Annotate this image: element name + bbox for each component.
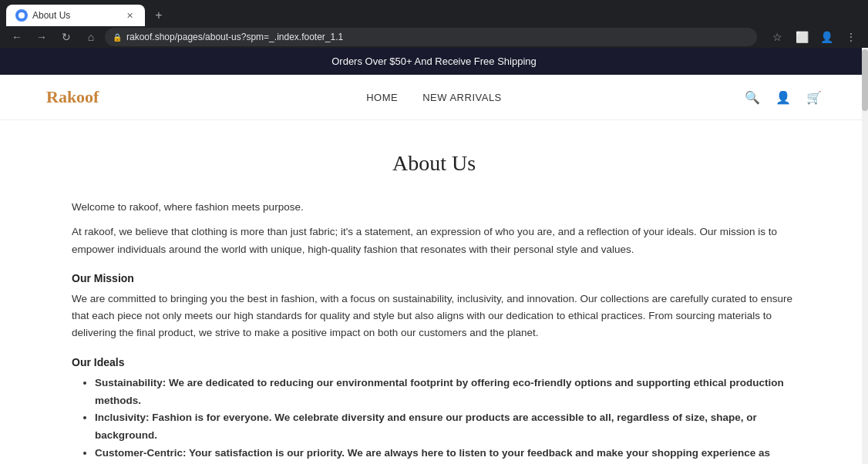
- page-title: About Us: [72, 151, 796, 176]
- ideals-heading: Our Ideals: [72, 356, 796, 368]
- account-icon[interactable]: 👤: [775, 90, 791, 105]
- mission-heading: Our Mission: [72, 272, 796, 284]
- extensions-button[interactable]: ⬜: [791, 26, 812, 48]
- tab-title: About Us: [32, 10, 119, 21]
- ideal-customer-centric-label: Customer-Centric:: [95, 447, 187, 459]
- mission-text: We are committed to bringing you the bes…: [72, 291, 796, 342]
- ideals-list: Sustainability: We are dedicated to redu…: [72, 375, 796, 464]
- address-bar[interactable]: 🔒 rakoof.shop/pages/about-us?spm=_.index…: [105, 28, 757, 46]
- search-icon[interactable]: 🔍: [745, 90, 760, 105]
- intro-paragraph-2: At rakoof, we believe that clothing is m…: [72, 224, 796, 258]
- tab-favicon: [15, 9, 28, 22]
- ideal-inclusivity-label: Inclusivity:: [95, 412, 150, 423]
- cart-icon[interactable]: 🛒: [806, 90, 822, 105]
- menu-button[interactable]: ⋮: [840, 26, 862, 48]
- ideal-customer-centric: Customer-Centric: Your satisfaction is o…: [95, 445, 796, 464]
- site-header: Rakoof HOME NEW ARRIVALS 🔍 👤 🛒: [0, 75, 868, 120]
- ideal-sustainability: Sustainability: We are dedicated to redu…: [95, 375, 796, 410]
- scrollbar[interactable]: [862, 48, 868, 464]
- nav-new-arrivals[interactable]: NEW ARRIVALS: [422, 92, 502, 103]
- forward-button[interactable]: →: [31, 26, 52, 48]
- ideal-inclusivity: Inclusivity: Fashion is for everyone. We…: [95, 409, 796, 445]
- promo-banner: Orders Over $50+ And Receive Free Shippi…: [0, 48, 868, 75]
- new-tab-button[interactable]: +: [148, 5, 170, 26]
- home-button[interactable]: ⌂: [80, 26, 102, 48]
- browser-controls: ← → ↻ ⌂ 🔒 rakoof.shop/pages/about-us?spm…: [0, 26, 868, 48]
- browser-actions: ☆ ⬜ 👤 ⋮: [766, 26, 862, 48]
- lock-icon: 🔒: [113, 33, 122, 42]
- ideal-sustainability-label: Sustainability:: [95, 377, 166, 388]
- profile-button[interactable]: 👤: [816, 26, 837, 48]
- site-logo[interactable]: Rakoof: [46, 87, 241, 107]
- browser-chrome: About Us ✕ + ← → ↻ ⌂ 🔒 rakoof.shop/pages…: [0, 0, 868, 48]
- reload-button[interactable]: ↻: [56, 26, 77, 48]
- back-button[interactable]: ←: [6, 26, 28, 48]
- tab-close-button[interactable]: ✕: [123, 9, 136, 22]
- address-url: rakoof.shop/pages/about-us?spm=_.index.f…: [126, 32, 343, 42]
- promo-text: Orders Over $50+ And Receive Free Shippi…: [331, 55, 537, 67]
- ideal-sustainability-text: We are dedicated to reducing our environ…: [95, 377, 784, 406]
- svg-point-0: [19, 12, 25, 18]
- main-nav: HOME NEW ARRIVALS: [241, 92, 628, 103]
- ideal-inclusivity-text: Fashion is for everyone. We celebrate di…: [95, 412, 757, 441]
- scroll-thumb[interactable]: [862, 49, 868, 111]
- main-content: About Us Welcome to rakoof, where fashio…: [25, 120, 843, 464]
- browser-tab-active[interactable]: About Us ✕: [6, 5, 145, 26]
- nav-home[interactable]: HOME: [366, 92, 398, 103]
- header-icons: 🔍 👤 🛒: [628, 90, 823, 105]
- ideal-customer-centric-text: Your satisfaction is our priority. We ar…: [95, 447, 770, 464]
- intro-paragraph-1: Welcome to rakoof, where fashion meets p…: [72, 199, 796, 216]
- browser-tabs: About Us ✕ +: [0, 0, 868, 26]
- bookmark-button[interactable]: ☆: [766, 26, 788, 48]
